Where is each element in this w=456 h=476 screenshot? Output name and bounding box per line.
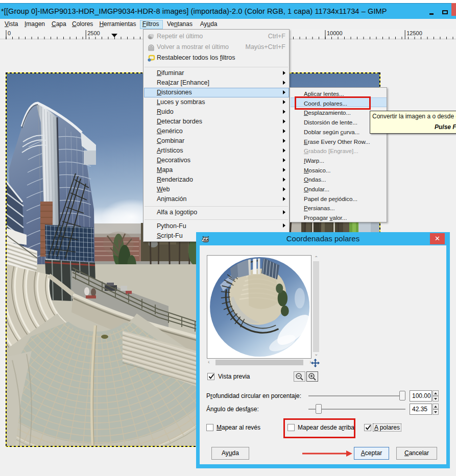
svg-text:12500: 12500 — [406, 30, 422, 36]
svg-text:2500: 2500 — [87, 30, 100, 36]
svg-text:0: 0 — [8, 30, 11, 36]
svg-text:10000: 10000 — [327, 30, 343, 36]
